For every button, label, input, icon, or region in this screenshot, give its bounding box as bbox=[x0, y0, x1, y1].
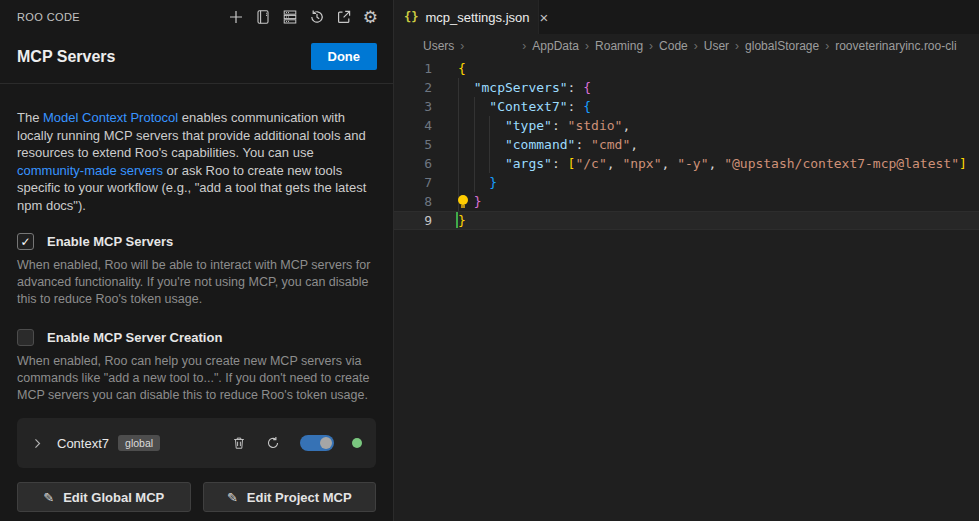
json-file-icon: {} bbox=[404, 10, 418, 24]
code-editor[interactable]: 1{2 "mcpServers": {3 "Context7": {4 "typ… bbox=[394, 57, 979, 521]
prompts-icon[interactable] bbox=[255, 9, 271, 25]
breadcrumb-item[interactable]: User bbox=[704, 39, 729, 53]
code-line[interactable]: 7 } bbox=[394, 173, 979, 192]
line-number: 7 bbox=[394, 173, 432, 192]
server-scope-badge: global bbox=[118, 435, 160, 451]
tab-mcp-settings[interactable]: {} mcp_settings.json × bbox=[394, 0, 539, 34]
chevron-right-icon[interactable] bbox=[31, 437, 44, 450]
breadcrumb-separator: › bbox=[694, 39, 698, 53]
breadcrumb-item[interactable]: rooveterinaryinc.roo-cli bbox=[835, 39, 956, 53]
line-number: 1 bbox=[394, 59, 432, 78]
edit-project-mcp-button[interactable]: ✎ Edit Project MCP bbox=[203, 482, 377, 512]
edit-buttons-row: ✎ Edit Global MCP ✎ Edit Project MCP bbox=[17, 482, 376, 512]
enable-mcp-server-creation-checkbox[interactable] bbox=[17, 329, 34, 346]
server-status-dot bbox=[352, 438, 362, 448]
breadcrumb: Users › › AppData › Roaming › Code › Use… bbox=[394, 35, 979, 57]
text-cursor bbox=[456, 212, 458, 228]
setting-description: When enabled, Roo will be able to intera… bbox=[17, 257, 376, 308]
line-number: 9 bbox=[394, 211, 432, 230]
line-number: 2 bbox=[394, 78, 432, 97]
code-line[interactable]: 8 } bbox=[394, 192, 979, 211]
page-header: MCP Servers Done bbox=[0, 34, 393, 83]
line-number: 3 bbox=[394, 97, 432, 116]
extension-title: ROO CODE bbox=[17, 11, 80, 23]
breadcrumb-item[interactable]: Code bbox=[659, 39, 688, 53]
community-made-servers-link[interactable]: community-made servers bbox=[17, 163, 163, 178]
tab-label: mcp_settings.json bbox=[425, 10, 529, 25]
line-number: 4 bbox=[394, 116, 432, 135]
pencil-icon: ✎ bbox=[227, 490, 238, 505]
code-line[interactable]: 5 "command": "cmd", bbox=[394, 135, 979, 154]
server-row-context7[interactable]: Context7 global bbox=[17, 418, 376, 468]
breadcrumb-separator: › bbox=[649, 39, 653, 53]
code-line[interactable]: 9} bbox=[394, 211, 979, 230]
breadcrumb-item[interactable]: AppData bbox=[532, 39, 579, 53]
page-title: MCP Servers bbox=[17, 48, 115, 66]
restart-server-icon[interactable] bbox=[266, 436, 280, 450]
edit-global-mcp-button[interactable]: ✎ Edit Global MCP bbox=[17, 482, 191, 512]
editor-pane: {} mcp_settings.json × Users › › AppData… bbox=[394, 0, 979, 521]
button-label: Edit Project MCP bbox=[247, 490, 352, 505]
panel-body: The Model Context Protocol enables commu… bbox=[0, 84, 393, 521]
enable-mcp-servers-checkbox[interactable]: ✓ bbox=[17, 233, 34, 250]
settings-gear-icon[interactable]: ⚙ bbox=[363, 9, 378, 26]
plus-icon[interactable] bbox=[228, 9, 244, 25]
line-number: 6 bbox=[394, 154, 432, 173]
breadcrumb-item[interactable]: globalStorage bbox=[745, 39, 819, 53]
roo-code-panel: ROO CODE ⚙ MCP S bbox=[0, 0, 394, 521]
model-context-protocol-link[interactable]: Model Context Protocol bbox=[43, 110, 178, 125]
breadcrumb-item[interactable]: Roaming bbox=[595, 39, 643, 53]
breadcrumb-separator: › bbox=[522, 39, 526, 53]
editor-tab-bar: {} mcp_settings.json × bbox=[394, 0, 979, 35]
lightbulb-icon[interactable] bbox=[458, 195, 468, 205]
toggle-knob bbox=[320, 437, 332, 449]
code-line[interactable]: 3 "Context7": { bbox=[394, 97, 979, 116]
panel-topbar: ROO CODE ⚙ bbox=[0, 0, 393, 34]
intro-text: The bbox=[17, 110, 43, 125]
enable-mcp-server-creation-row: Enable MCP Server Creation bbox=[17, 329, 376, 346]
popout-icon[interactable] bbox=[336, 9, 352, 25]
button-label: Edit Global MCP bbox=[63, 490, 164, 505]
done-button[interactable]: Done bbox=[311, 43, 378, 70]
line-number: 5 bbox=[394, 135, 432, 154]
breadcrumb-separator: › bbox=[460, 39, 464, 53]
checkbox-label: Enable MCP Servers bbox=[47, 234, 173, 249]
code-line[interactable]: 4 "type": "stdio", bbox=[394, 116, 979, 135]
pencil-icon: ✎ bbox=[43, 490, 54, 505]
line-number: 8 bbox=[394, 192, 432, 211]
delete-server-icon[interactable] bbox=[232, 436, 246, 450]
code-line[interactable]: 2 "mcpServers": { bbox=[394, 78, 979, 97]
code-line[interactable]: 1{ bbox=[394, 59, 979, 78]
tab-close-icon[interactable]: × bbox=[540, 10, 549, 25]
app-window: ROO CODE ⚙ MCP S bbox=[0, 0, 979, 521]
server-enabled-toggle[interactable] bbox=[300, 435, 334, 451]
breadcrumb-separator: › bbox=[735, 39, 739, 53]
setting-description: When enabled, Roo can help you create ne… bbox=[17, 353, 376, 404]
server-name: Context7 bbox=[57, 436, 109, 451]
mcp-servers-icon[interactable] bbox=[282, 9, 298, 25]
code-lines: 1{2 "mcpServers": {3 "Context7": {4 "typ… bbox=[394, 59, 979, 230]
history-icon[interactable] bbox=[309, 9, 325, 25]
code-line[interactable]: 6 "args": ["/c", "npx", "-y", "@upstash/… bbox=[394, 154, 979, 173]
checkbox-label: Enable MCP Server Creation bbox=[47, 330, 222, 345]
breadcrumb-separator: › bbox=[585, 39, 589, 53]
enable-mcp-servers-row: ✓ Enable MCP Servers bbox=[17, 233, 376, 250]
breadcrumb-separator: › bbox=[825, 39, 829, 53]
breadcrumb-item[interactable]: Users bbox=[423, 39, 454, 53]
panel-action-icons: ⚙ bbox=[228, 9, 378, 26]
intro-paragraph: The Model Context Protocol enables commu… bbox=[17, 109, 376, 214]
check-icon: ✓ bbox=[20, 235, 30, 249]
